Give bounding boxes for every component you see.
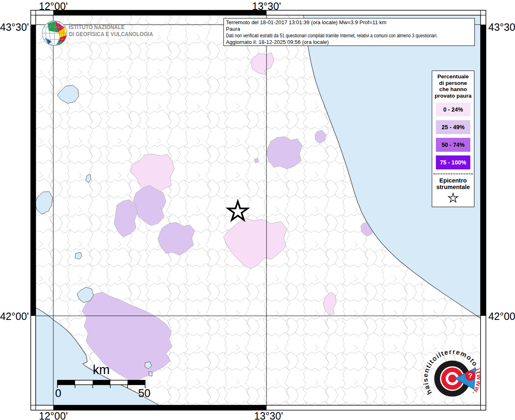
legend-swatch-25-49: 25 - 49%	[436, 120, 470, 134]
axis-label-top-13-30: 13°30'	[248, 0, 285, 12]
earthquake-info-box: Terremoto del 18-01-2017 13:01:39 (ora l…	[223, 18, 475, 46]
lake	[149, 372, 152, 376]
axis-label-bottom-13-30: 13°30'	[250, 410, 287, 420]
map-canvas: ? haisentitoilterremoto.itwww.	[0, 0, 515, 420]
axis-label-bottom-12-00: 12°00'	[35, 410, 72, 420]
axis-label-right-42-00: 42°00'	[488, 310, 515, 322]
frame-segment-bottom	[53, 405, 267, 410]
info-line-effect: Paura	[226, 26, 472, 32]
axis-label-left-43-30: 43°30'	[0, 21, 28, 33]
axis-label-left-42-00: 42°00'	[0, 310, 28, 322]
question-badge-text: ?	[468, 372, 472, 380]
scale-bar-start: 0	[53, 387, 63, 400]
earthquake-intensity-map-page: ? haisentitoilterremoto.itwww. 12°00' 13…	[0, 0, 515, 420]
frame-segment-left	[31, 25, 36, 316]
info-line-event: Terremoto del 18-01-2017 13:01:39 (ora l…	[226, 19, 472, 26]
info-line-updated: Aggiornato il: 18-12-2025 09:56 (ora loc…	[226, 39, 472, 46]
star-outline-icon	[447, 192, 459, 203]
ingv-logo-text: ISTITUTO NAZIONALE DI GEOFISICA E VULCAN…	[69, 24, 153, 38]
legend-box: Percentuale di persone che hanno provato…	[432, 71, 474, 207]
axis-label-right-43-30: 43°30'	[488, 21, 515, 33]
legend-swatch-75-100: 75 - 100%	[436, 155, 470, 169]
legend-swatch-50-74: 50 - 74%	[436, 138, 470, 152]
municipality-25-49	[267, 137, 302, 169]
frame-segment-top	[53, 10, 267, 15]
frame-segment-right	[481, 25, 486, 316]
ingv-logo-line1: ISTITUTO NAZIONALE	[69, 24, 153, 31]
legend-swatch-0-24: 0 - 24%	[436, 103, 470, 116]
scale-bar-end: 50	[135, 387, 153, 400]
legend-title: Percentuale di persone che hanno provato…	[434, 73, 472, 99]
ingv-logo-line2: DI GEOFISICA E VULCANOLOGIA	[69, 31, 153, 38]
legend-divider	[433, 173, 473, 174]
legend-epicenter-label: Epicentro strumentale	[434, 177, 472, 190]
ingv-globe-icon	[42, 21, 67, 46]
info-line-source: Dati non verificati estratti da 51 quest…	[226, 32, 438, 39]
axis-label-top-12-00: 12°00'	[35, 0, 72, 12]
scale-bar-unit: km	[88, 363, 115, 377]
